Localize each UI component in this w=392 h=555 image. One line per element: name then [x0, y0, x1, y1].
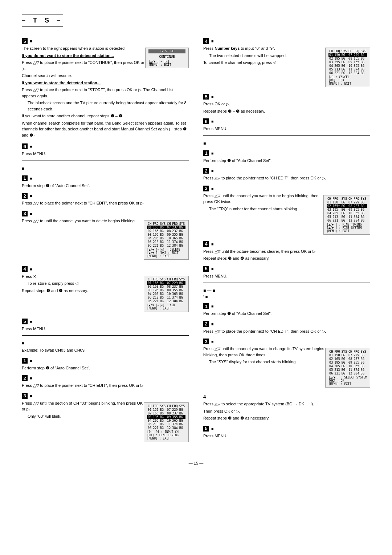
step5-text5: If you want to store the detected statio…	[22, 80, 189, 86]
right-step6-text: Press MENU.	[203, 126, 370, 132]
subsD-step2-label: ■	[211, 322, 214, 326]
step5-label: ■	[30, 39, 32, 43]
subsD-step5-num: 5	[203, 426, 209, 432]
screen-add: CHFRQSYSCHFRQSYS 01165BG07229BG 02163BG0…	[144, 276, 189, 312]
right-step6-num: 6	[203, 118, 209, 124]
subsC-step4-num: 4	[203, 241, 209, 247]
subsectionD-sub: ′ ■	[203, 295, 370, 299]
step6-num: 6	[22, 143, 28, 149]
subsB-step1-num: 1	[22, 358, 28, 364]
subsB-step2: 2 ■ Press △▽ to place the pointer next t…	[22, 375, 189, 389]
left-step6: 6 ■ Press MENU.	[22, 143, 189, 157]
subsD-step4: 4 Press △▽ to select the appropriate TV …	[203, 394, 370, 421]
right-step4: 4 ■ CHFRQSYSCHFRQSYS 01150BG07229BG 0219…	[203, 38, 370, 89]
subsA-step3-num: 3	[22, 211, 28, 216]
subsA-step2: 2 ■ Press △▽ to place the pointer next t…	[22, 193, 189, 206]
step5-text9: When channel search completes for that b…	[22, 120, 189, 138]
subsD-step2-num: 2	[203, 321, 209, 327]
subsC-step2-text: Press △▽ to place the pointer next to "C…	[203, 175, 370, 181]
subsB-step3-num: 3	[22, 393, 28, 399]
screen-selectsystem: CHFRQSYSCHFRQSYS 01150BG07229BG 02165BG0…	[325, 348, 370, 388]
subsD-step4c: Repeat steps ❸ and ❹ as necessary.	[203, 415, 370, 421]
subsC-step4b: Repeat steps ❸ and ❹ as necessary.	[203, 255, 370, 262]
subsA-step3: 3 ■ CHFRQSYSCHFRQSYS 01150BG07237BG 0216…	[22, 211, 189, 262]
subsD-step4a: Press △▽ to select the appropriate TV sy…	[203, 401, 370, 407]
step5-text8: If you want to store another channel, re…	[22, 113, 189, 119]
right-step5-num: 5	[203, 94, 209, 100]
subsD-step5-label: ■	[211, 426, 214, 431]
subsA-step5-label: ■	[30, 319, 32, 324]
left-step5: 5 ■ TV STORE CONTINUE [▲/▼ ] → [✕] :[MEN…	[22, 38, 189, 139]
subsA-step5-num: 5	[22, 319, 28, 324]
screen-inputch: CHFRQSYSCHFRQSYS 01150BG07229BG 02165BG0…	[144, 402, 189, 442]
right-step5: 5 ■ Press OK or ▷. Repeat steps ❸ – ❺ as…	[203, 94, 370, 114]
subsA-step4: 4 ■ CHFRQSYSCHFRQSYS 01165BG07229BG 0216…	[22, 266, 189, 314]
subsD-step1-num: 1	[203, 303, 209, 309]
subsC-step1-label: ■	[211, 151, 214, 155]
right-divider1	[203, 135, 370, 136]
subsB-step1: 1 ■ Perform step ❶ of "Auto Channel Set"…	[22, 358, 189, 371]
subsB-step1-text: Perform step ❶ of "Auto Channel Set".	[22, 365, 189, 371]
subsectionD-title: ■ — ■	[203, 288, 370, 293]
subsD-step1: 1 ■ Perform step ❶ of "Auto Channel Set"…	[203, 303, 370, 317]
screen-continue: TV STORE CONTINUE [▲/▼ ] → [✕] :[MENU] :…	[145, 48, 189, 68]
subsB-step2-num: 2	[22, 375, 28, 381]
subsC-step1-num: 1	[203, 150, 209, 156]
subsC-step5-label: ■	[211, 267, 214, 271]
subsD-step1-label: ■	[211, 304, 214, 308]
right-step5-label: ■	[211, 94, 214, 99]
subsA-step1-label: ■	[30, 176, 32, 181]
subsC-step1-text: Perform step ❶ of "Auto Channel Set".	[203, 158, 370, 164]
subsD-step5-text: Press MENU.	[203, 433, 370, 439]
subsA-step4-num: 4	[22, 266, 28, 272]
subsA-step5-text: Press MENU.	[22, 326, 189, 332]
subsB-step2-label: ■	[30, 376, 32, 380]
subsD-step5: 5 ■ Press MENU.	[203, 426, 370, 439]
screen-finetuning: CHFRQSYSCHFRQSYS 01150BG07229BG 02165*BG…	[323, 195, 370, 235]
subsA-step2-text: Press △▽ to place the pointer next to "C…	[22, 200, 189, 206]
right-step5-text1: Press OK or ▷.	[203, 101, 370, 107]
subsC-step4-text: Press △▽ until the picture becomes clear…	[203, 248, 370, 255]
subsC-step2: 2 ■ Press △▽ to place the pointer next t…	[203, 168, 370, 181]
subsB-step2-text: Press △▽ to place the pointer next to "C…	[22, 382, 189, 389]
screen-cancel: CHFRQSYSCHFRQSYS 01150BG07229BG 02195BG0…	[325, 48, 370, 87]
subsC-step5-num: 5	[203, 266, 209, 272]
subsC-step5-text: Press MENU.	[203, 273, 370, 279]
right-divider2	[203, 283, 370, 283]
right-step6: 6 ■ Press MENU.	[203, 118, 370, 132]
subsA-step2-label: ■	[30, 194, 32, 198]
step6-label: ■	[30, 144, 32, 149]
subsD-step3: 3 ■ CHFRQSYSCHFRQSYS 01150BG07229BG 0216…	[203, 339, 370, 390]
subsC-step4: 4 ■ Press △▽ until the picture becomes c…	[203, 241, 370, 262]
step5-num: 5	[22, 38, 28, 44]
right-step4-num: 4	[203, 38, 209, 44]
step5-text6: Press △▽ to place the pointer next to "S…	[22, 87, 189, 99]
page-number: — 15 —	[22, 461, 370, 465]
subsC-step2-num: 2	[203, 168, 209, 174]
right-step6-label: ■	[211, 119, 214, 123]
subsC-step3-num: 3	[203, 186, 209, 191]
subsD-step1-text: Perform step ❶ of "Auto Channel Set".	[203, 311, 370, 317]
step6-text: Press MENU.	[22, 151, 189, 157]
subsA-step1-num: 1	[22, 175, 28, 181]
subsA-step1: 1 ■ Perform step ❶ of "Auto Channel Set"…	[22, 175, 189, 189]
subsB-example: Example: To swap CH03 and CH09.	[22, 347, 189, 353]
subsC-step5: 5 ■ Press MENU.	[203, 266, 370, 279]
subsD-step4b: Then press OK or ▷.	[203, 408, 370, 414]
subsD-step4-num: 4	[203, 394, 206, 400]
subsectionB-title: ■	[22, 341, 189, 346]
step5-text4: Channel search will resume.	[22, 73, 189, 79]
screen-delete: CHFRQSYSCHFRQSYS 01150BG07237BG 02165BG0…	[144, 220, 189, 260]
subsB-step3-label: ■	[30, 394, 32, 398]
right-step5-text2: Repeat steps ❸ – ❺ as necessary.	[203, 108, 370, 114]
right-step4-label: ■	[211, 39, 214, 43]
subsA-step2-num: 2	[22, 193, 28, 199]
page-title: – T S –	[22, 15, 370, 34]
divider2	[22, 335, 189, 336]
subsC-step4-label: ■	[211, 242, 214, 246]
subsC-step3: 3 ■ CHFRQSYSCHFRQSYS 01150BG07229BG 0216…	[203, 186, 370, 237]
left-column: 5 ■ TV STORE CONTINUE [▲/▼ ] → [✕] :[MEN…	[22, 34, 189, 446]
divider1	[22, 161, 189, 161]
subsD-step3-num: 3	[203, 339, 209, 344]
subsC-step1: 1 ■ Perform step ❶ of "Auto Channel Set"…	[203, 150, 370, 164]
